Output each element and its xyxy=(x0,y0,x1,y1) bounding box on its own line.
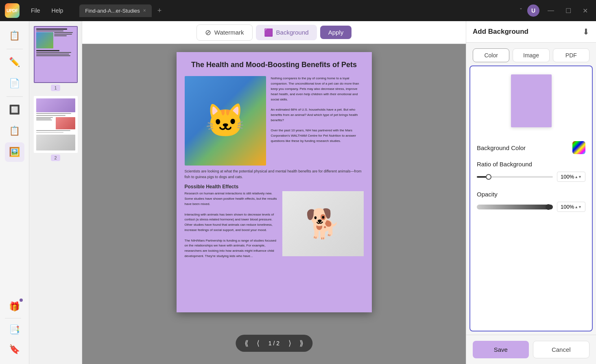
sidebar-item-edit[interactable]: ✏️ xyxy=(5,52,24,72)
watermark-button[interactable]: ⊘ Watermark xyxy=(196,24,253,41)
app-logo: UPDF xyxy=(5,3,20,18)
sidebar-item-bookmark[interactable]: 🔖 xyxy=(5,340,24,359)
sidebar-divider-3 xyxy=(5,318,21,318)
thumbnail-page-1[interactable]: 1 xyxy=(33,26,79,91)
background-icon: 🟪 xyxy=(264,28,273,37)
thumbnail-panel: 1 xyxy=(29,21,82,364)
tab-bar: Find-and-A...er-Studies × + xyxy=(79,4,516,17)
save-button[interactable]: Save xyxy=(473,341,529,358)
opacity-label: Opacity xyxy=(477,191,585,198)
right-panel-header: Add Background ⬇ xyxy=(466,21,596,43)
app-body: 📋 ✏️ 📄 🔲 📋 🖼️ 🎁 📑 🔖 xyxy=(0,21,596,364)
menu-file[interactable]: File xyxy=(26,5,45,16)
panel-footer: Save Cancel xyxy=(466,335,596,364)
titlebar: UPDF File Help Find-and-A...er-Studies ×… xyxy=(0,0,596,21)
save-to-file-icon[interactable]: ⬇ xyxy=(583,27,589,37)
pdf-section-body: Research on human-animal interactions is… xyxy=(185,191,364,259)
menu-help[interactable]: Help xyxy=(47,5,68,16)
opacity-slider-thumb[interactable] xyxy=(546,204,551,210)
sidebar-item-crop[interactable]: 🔲 xyxy=(5,100,24,120)
sidebar-divider-1 xyxy=(7,49,23,49)
opacity-value: 100% xyxy=(561,204,574,210)
prev-page-button[interactable]: ⟨ xyxy=(254,338,262,349)
background-label: Background xyxy=(276,29,309,36)
thumbnail-page-2[interactable]: 2 xyxy=(33,96,79,161)
apply-button[interactable]: Apply xyxy=(320,26,352,39)
pdf-page: The Health and Mood-Boosting Benefits of… xyxy=(177,52,372,312)
sidebar-item-gift[interactable]: 🎁 xyxy=(5,297,24,316)
right-panel: Add Background ⬇ Color Image PDF Backgro… xyxy=(466,21,596,364)
avatar[interactable]: U xyxy=(527,4,539,17)
thumb-content-2 xyxy=(35,97,77,152)
sidebar-divider-2 xyxy=(7,96,23,97)
pdf-body: Nothing compares to the joy of coming ho… xyxy=(185,76,364,166)
pdf-title: The Health and Mood-Boosting Benefits of… xyxy=(185,60,364,70)
close-button[interactable]: ✕ xyxy=(579,5,591,16)
sidebar-bottom: 🎁 📑 🔖 xyxy=(5,297,24,359)
chevron-down-icon[interactable]: ˅ xyxy=(520,7,522,14)
sidebar-item-pages[interactable]: 📋 xyxy=(5,121,24,141)
tab-image[interactable]: Image xyxy=(513,48,549,62)
background-button[interactable]: 🟪 Background xyxy=(256,25,317,40)
tab-label: Find-and-A...er-Studies xyxy=(85,8,140,14)
color-picker-button[interactable] xyxy=(572,141,585,154)
tab-color[interactable]: Color xyxy=(473,48,509,62)
tab-close-button[interactable]: × xyxy=(143,8,146,13)
thumb-content-1 xyxy=(36,28,75,57)
watermark-icon: ⊘ xyxy=(205,28,211,37)
opacity-section: Opacity 100% ▲▼ xyxy=(477,187,585,218)
tab-pdf[interactable]: PDF xyxy=(553,48,589,62)
pdf-view[interactable]: The Health and Mood-Boosting Benefits of… xyxy=(82,44,466,364)
cancel-button[interactable]: Cancel xyxy=(533,341,590,358)
opacity-arrows[interactable]: ▲▼ xyxy=(574,205,582,209)
current-page: 1 xyxy=(269,340,272,347)
gift-badge xyxy=(20,299,23,302)
next-page-button[interactable]: ⟩ xyxy=(286,338,294,349)
first-page-button[interactable]: ⟪ xyxy=(242,338,251,349)
total-pages: 2 xyxy=(276,340,279,347)
last-page-button[interactable]: ⟫ xyxy=(297,338,306,349)
pdf-left-col xyxy=(185,76,266,166)
type-tabs: Color Image PDF xyxy=(466,43,596,62)
minimize-button[interactable]: — xyxy=(544,5,557,16)
titlebar-menu: File Help xyxy=(26,5,68,16)
page-indicator: 1 / 2 xyxy=(265,340,283,347)
tab-document[interactable]: Find-and-A...er-Studies × xyxy=(79,4,151,17)
opacity-slider-track[interactable] xyxy=(477,205,553,209)
panel-content: Background Color Ratio of Background 100… xyxy=(469,65,593,331)
top-toolbar: ⊘ Watermark 🟪 Background Apply xyxy=(82,21,466,44)
preview-box xyxy=(511,74,552,127)
thumb-img-2 xyxy=(34,96,78,153)
pdf-right-col: Nothing compares to the joy of coming ho… xyxy=(271,76,364,166)
preview-area xyxy=(477,66,585,135)
ratio-value: 100% xyxy=(561,174,574,180)
opacity-value-box: 100% ▲▼ xyxy=(557,202,585,212)
sidebar-item-layers[interactable]: 📑 xyxy=(5,320,24,340)
sidebar-item-reader[interactable]: 📄 xyxy=(5,74,24,93)
cat-image xyxy=(185,76,266,166)
right-panel-title: Add Background xyxy=(473,28,528,36)
left-sidebar: 📋 ✏️ 📄 🔲 📋 🖼️ 🎁 📑 🔖 xyxy=(0,21,29,364)
sidebar-item-background[interactable]: 🖼️ xyxy=(5,142,24,162)
ratio-label: Ratio of Background xyxy=(477,161,585,168)
opacity-slider-row: 100% ▲▼ xyxy=(477,202,585,212)
pdf-caption: Scientists are looking at what the poten… xyxy=(185,169,364,180)
ratio-arrows[interactable]: ▲▼ xyxy=(574,175,582,179)
watermark-label: Watermark xyxy=(214,29,244,36)
thumb-img-1 xyxy=(34,26,78,83)
page-navigation: ⟪ ⟨ 1 / 2 ⟩ ⟫ xyxy=(236,335,312,352)
pdf-text-1: Nothing compares to the joy of coming ho… xyxy=(271,76,364,144)
maximize-button[interactable]: ☐ xyxy=(562,5,574,16)
new-tab-button[interactable]: + xyxy=(154,5,165,17)
ratio-slider-track[interactable] xyxy=(477,176,553,178)
bg-color-label: Background Color xyxy=(477,144,526,151)
ratio-slider-thumb[interactable] xyxy=(486,174,491,180)
ratio-value-box: 100% ▲▼ xyxy=(557,172,585,182)
apply-label: Apply xyxy=(328,29,344,36)
thumb-num-1: 1 xyxy=(51,85,60,91)
titlebar-controls: ˅ U — ☐ ✕ xyxy=(520,4,591,17)
ratio-section: Ratio of Background 100% ▲▼ xyxy=(477,157,585,187)
sidebar-item-doc[interactable]: 📋 xyxy=(5,26,24,46)
bg-color-section: Background Color xyxy=(477,135,585,157)
main-content: ⊘ Watermark 🟪 Background Apply The Healt… xyxy=(82,21,466,364)
